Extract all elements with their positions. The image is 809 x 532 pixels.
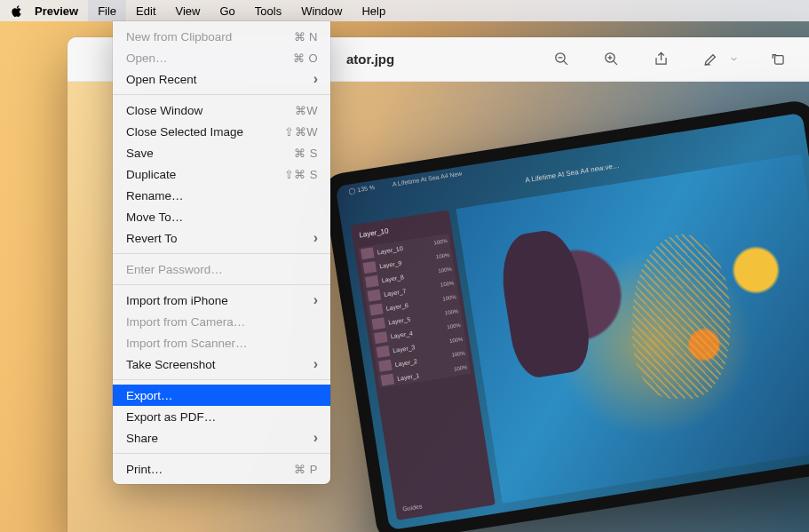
menu-item-open: Open…⌘ O xyxy=(113,47,330,68)
menu-item-close-selected-image[interactable]: Close Selected Image⇧⌘W xyxy=(113,121,330,142)
menu-item-import-from-iphone[interactable]: Import from iPhone› xyxy=(113,290,330,311)
apple-menu-icon[interactable] xyxy=(9,5,25,17)
menu-item-enter-password: Enter Password… xyxy=(113,258,330,280)
menu-item-shortcut: ⌘W xyxy=(295,104,318,117)
submenu-chevron-icon: › xyxy=(313,356,318,372)
menu-item-import-from-camera: Import from Camera… xyxy=(113,311,330,332)
svg-rect-8 xyxy=(774,56,783,64)
menu-item-shortcut: ⌘ O xyxy=(293,52,318,65)
menu-item-label: Import from Scanner… xyxy=(126,337,248,350)
menu-item-label: Import from iPhone xyxy=(126,294,228,307)
layer-thumb xyxy=(374,331,388,344)
layer-opacity: 100% xyxy=(436,252,450,259)
menu-item-close-window[interactable]: Close Window⌘W xyxy=(113,99,330,121)
menu-separator xyxy=(113,284,330,285)
layer-thumb xyxy=(377,345,391,358)
toolbar xyxy=(550,48,789,71)
menu-window[interactable]: Window xyxy=(291,0,352,21)
layer-opacity: 100% xyxy=(454,364,468,371)
rotate-button[interactable] xyxy=(766,48,789,71)
menu-edit[interactable]: Edit xyxy=(126,0,165,21)
layer-thumb xyxy=(378,360,393,372)
menu-item-label: Move To… xyxy=(126,210,183,224)
svg-line-1 xyxy=(563,61,567,65)
menu-item-label: Open… xyxy=(126,52,168,65)
layer-opacity: 100% xyxy=(442,294,456,301)
menu-separator xyxy=(113,94,330,95)
tablet-zoom-label: ◯ 135 % xyxy=(348,184,377,202)
menu-item-label: Close Selected Image xyxy=(126,125,243,139)
guides-label: Guides xyxy=(399,490,491,514)
menu-item-open-recent[interactable]: Open Recent› xyxy=(113,68,330,90)
artwork-canvas xyxy=(456,154,809,503)
desktop: Preview File Edit View Go Tools Window H… xyxy=(0,0,809,532)
menu-item-shortcut: ⌘ P xyxy=(294,463,318,476)
menu-item-duplicate[interactable]: Duplicate⇧⌘ S xyxy=(113,163,330,185)
submenu-chevron-icon: › xyxy=(313,230,318,246)
layer-opacity: 100% xyxy=(449,337,464,344)
menu-item-export[interactable]: Export… xyxy=(113,385,330,406)
menu-item-label: Take Screenshot xyxy=(126,358,216,371)
submenu-chevron-icon: › xyxy=(313,71,318,87)
menu-item-label: Revert To xyxy=(126,232,178,245)
menu-item-new-from-clipboard: New from Clipboard⌘ N xyxy=(113,26,330,47)
document-title: ator.jpg xyxy=(346,52,394,67)
menu-item-label: Export as PDF… xyxy=(126,410,216,424)
zoom-out-button[interactable] xyxy=(550,48,573,71)
menu-item-rename[interactable]: Rename… xyxy=(113,185,330,206)
share-button[interactable] xyxy=(649,48,672,71)
menu-separator xyxy=(113,379,330,380)
menu-item-label: New from Clipboard xyxy=(126,30,232,44)
menu-item-label: Import from Camera… xyxy=(126,315,245,329)
menu-item-save[interactable]: Save⌘ S xyxy=(113,142,330,163)
layer-thumb xyxy=(367,290,381,302)
menu-item-import-from-scanner: Import from Scanner… xyxy=(113,332,330,353)
menu-item-shortcut: ⌘ S xyxy=(294,147,318,160)
menu-item-shortcut: ⇧⌘W xyxy=(284,125,318,139)
menu-item-label: Open Recent xyxy=(126,73,197,86)
menu-item-label: Save xyxy=(126,147,154,160)
layer-thumb xyxy=(365,275,379,288)
menu-item-move-to[interactable]: Move To… xyxy=(113,206,330,227)
tablet-screen: ◯ 135 % A Lifetime At Sea A4 New A Lifet… xyxy=(336,113,809,530)
layer-thumb xyxy=(371,317,385,330)
menu-go[interactable]: Go xyxy=(210,0,244,21)
layer-thumb xyxy=(369,303,384,315)
markup-dropdown-chevron-icon[interactable] xyxy=(727,48,740,71)
menu-view[interactable]: View xyxy=(166,0,210,21)
menu-item-share[interactable]: Share› xyxy=(113,427,330,449)
markup-button[interactable] xyxy=(699,48,722,71)
menu-item-label: Enter Password… xyxy=(126,263,223,276)
menu-item-shortcut: ⇧⌘ S xyxy=(284,168,318,181)
menu-separator xyxy=(113,253,330,254)
menu-bar: Preview File Edit View Go Tools Window H… xyxy=(0,0,809,21)
menu-tools[interactable]: Tools xyxy=(245,0,291,21)
tablet-device: ◯ 135 % A Lifetime At Sea A4 New A Lifet… xyxy=(321,99,809,532)
layer-opacity: 100% xyxy=(447,322,461,330)
menu-item-take-screenshot[interactable]: Take Screenshot› xyxy=(113,353,330,375)
menu-item-label: Share xyxy=(126,432,158,445)
layer-name: Layer_1 xyxy=(397,367,451,381)
layer-opacity: 100% xyxy=(451,351,465,358)
submenu-chevron-icon: › xyxy=(313,292,318,308)
file-menu-dropdown: New from Clipboard⌘ NOpen…⌘ OOpen Recent… xyxy=(113,21,330,484)
menu-item-label: Print… xyxy=(126,463,163,476)
menu-item-shortcut: ⌘ N xyxy=(294,30,319,44)
zoom-in-button[interactable] xyxy=(599,48,623,71)
layer-opacity: 100% xyxy=(445,308,459,315)
menu-help[interactable]: Help xyxy=(352,0,395,21)
layer-thumb xyxy=(361,247,375,259)
menu-separator xyxy=(113,453,330,454)
svg-line-4 xyxy=(613,61,616,65)
menu-item-label: Close Window xyxy=(126,104,202,117)
layer-opacity: 100% xyxy=(440,280,455,287)
menu-item-export-as-pdf[interactable]: Export as PDF… xyxy=(113,406,330,427)
menu-item-print[interactable]: Print…⌘ P xyxy=(113,458,330,480)
submenu-chevron-icon: › xyxy=(313,430,318,446)
menu-item-revert-to[interactable]: Revert To› xyxy=(113,227,330,249)
menu-file[interactable]: File xyxy=(88,0,126,21)
menu-item-label: Export… xyxy=(126,389,173,402)
menu-item-label: Duplicate xyxy=(126,168,176,181)
layer-opacity: 100% xyxy=(433,238,448,245)
app-name-menu[interactable]: Preview xyxy=(25,0,88,21)
